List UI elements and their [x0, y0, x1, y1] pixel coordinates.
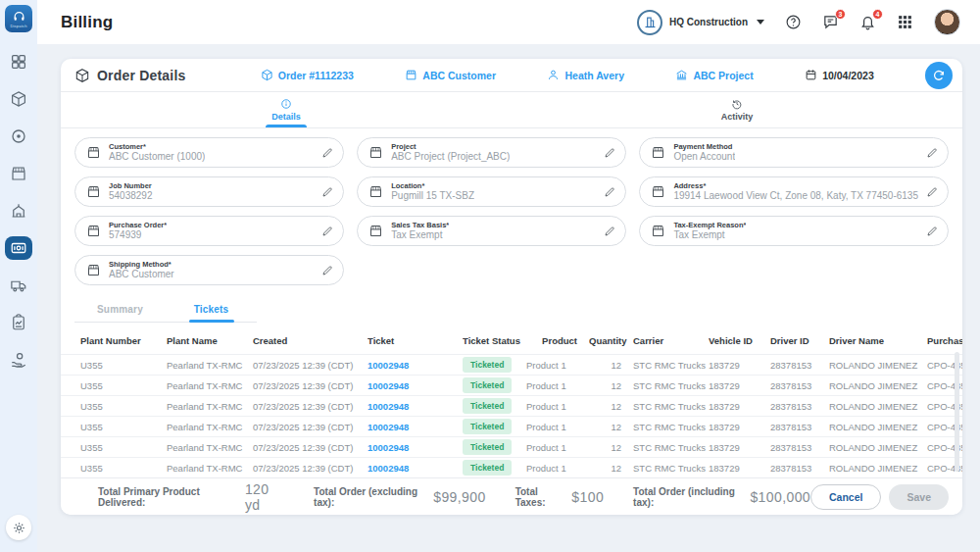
sidebar-item-trucks[interactable] — [5, 274, 32, 297]
form-field[interactable]: Payment Method Open Account — [639, 137, 949, 168]
edit-pencil-icon[interactable] — [321, 226, 333, 237]
sidebar-item-billing[interactable] — [5, 236, 32, 260]
tickets-table: Plant NumberPlant NameCreatedTicketTicke… — [61, 323, 962, 477]
topbar-actions: HQ Construction 3 4 — [637, 9, 960, 35]
form-field[interactable]: Project ABC Project (Project_ABC) — [357, 137, 626, 168]
status-badge: Ticketed — [463, 460, 512, 476]
cell-driver-name: ROLANDO JIMENEZ — [829, 442, 927, 453]
user-avatar[interactable] — [934, 9, 960, 35]
ticket-link[interactable]: 10002948 — [368, 463, 463, 474]
cell-driver-id: 28378153 — [770, 422, 829, 432]
refresh-button[interactable] — [925, 62, 953, 89]
app-logo[interactable]: Dispatch — [5, 5, 32, 32]
sidebar-item-payments[interactable] — [5, 348, 32, 372]
edit-pencil-icon[interactable] — [604, 186, 615, 198]
billing-icon — [10, 239, 27, 257]
form-field[interactable]: Customer* ABC Customer (1000) — [74, 137, 344, 168]
ticket-link[interactable]: 10002948 — [368, 401, 463, 412]
order-fields: Customer* ABC Customer (1000) Project AB… — [61, 128, 962, 293]
apps-grid-button[interactable] — [897, 14, 913, 30]
edit-pencil-icon[interactable] — [926, 147, 938, 159]
save-button[interactable]: Save — [889, 484, 949, 510]
plant-icon — [10, 202, 27, 220]
field-text: Payment Method Open Account — [673, 142, 735, 164]
ticket-link[interactable]: 10002948 — [368, 380, 463, 391]
order-number-link[interactable]: Order #1112233 — [261, 69, 354, 81]
cell-vehicle-id: 183729 — [709, 360, 770, 371]
column-header: Ticket — [368, 335, 463, 346]
edit-pencil-icon[interactable] — [321, 265, 333, 276]
cell-driver-id: 28378153 — [770, 463, 829, 474]
field-value: Tax Exempt — [391, 229, 449, 242]
sidebar-item-orders[interactable] — [5, 87, 32, 111]
tab-activity[interactable]: Activity — [512, 92, 962, 127]
form-field[interactable]: Shipping Method* ABC Customer — [74, 255, 344, 285]
field-text: Customer* ABC Customer (1000) — [109, 142, 205, 164]
cell-product: Product 1 — [526, 380, 589, 391]
cell-product: Product 1 — [526, 463, 589, 474]
cell-product: Product 1 — [526, 422, 589, 432]
sidebar-item-dashboard[interactable] — [5, 50, 32, 74]
form-field[interactable]: Tax-Exempt Reason* Tax Exempt — [639, 216, 949, 246]
info-icon — [280, 98, 292, 110]
user-link[interactable]: Heath Avery — [547, 69, 624, 81]
ticket-link[interactable]: 10002948 — [368, 360, 463, 371]
column-header: Plant Number — [80, 335, 167, 346]
form-field[interactable]: Location* Pugmill 15 TX-SBZ — [357, 176, 626, 207]
cell-plant-number: U355 — [80, 422, 167, 432]
ticket-link[interactable]: 10002948 — [368, 422, 463, 432]
notifications-button[interactable]: 4 — [859, 14, 876, 30]
settings-button[interactable] — [6, 515, 31, 540]
edit-pencil-icon[interactable] — [321, 186, 333, 198]
column-header: Driver Name — [829, 335, 927, 346]
tab-details[interactable]: Details — [61, 92, 512, 127]
edit-pencil-icon[interactable] — [604, 226, 615, 237]
ticket-link[interactable]: 10002948 — [368, 442, 463, 453]
order-details-title: Order Details — [74, 68, 186, 83]
project-bank-icon — [675, 69, 688, 81]
field-text: Project ABC Project (Project_ABC) — [391, 142, 510, 164]
form-field[interactable]: Sales Tax Basis* Tax Exempt — [357, 216, 626, 246]
table-row: U355 Pearland TX-RMC 07/23/2025 12:39 (C… — [61, 457, 962, 477]
sidebar-item-reports[interactable] — [5, 311, 32, 334]
tab-tickets[interactable]: Tickets — [166, 297, 257, 322]
cell-plant-number: U355 — [80, 401, 167, 412]
field-text: Address* 19914 Laewood View Ct, Zone 08,… — [673, 181, 918, 203]
storefront-icon — [86, 263, 101, 277]
form-field[interactable]: Job Number 54038292 — [74, 176, 344, 207]
order-header-links: Order #1112233 ABC Customer Heath Avery … — [235, 69, 900, 81]
payments-hand-icon — [10, 351, 27, 369]
edit-pencil-icon[interactable] — [926, 186, 938, 198]
status-badge: Ticketed — [463, 398, 512, 414]
cell-plant-name: Pearland TX-RMC — [167, 463, 253, 474]
cell-created: 07/23/2025 12:39 (CDT) — [253, 401, 368, 412]
status-badge: Ticketed — [463, 357, 512, 373]
target-icon — [10, 127, 27, 145]
field-value: ABC Project (Project_ABC) — [391, 151, 510, 164]
status-badge: Ticketed — [463, 377, 512, 393]
table-scrollbar[interactable] — [955, 352, 959, 472]
cell-quantity: 12 — [589, 463, 633, 474]
column-header: Quantity — [589, 335, 633, 346]
project-link[interactable]: ABC Project — [675, 69, 753, 81]
field-text: Sales Tax Basis* Tax Exempt — [391, 221, 449, 242]
field-text: Purchase Order* 574939 — [109, 221, 167, 242]
edit-pencil-icon[interactable] — [604, 147, 615, 159]
customer-link[interactable]: ABC Customer — [405, 69, 496, 81]
cell-product: Product 1 — [526, 442, 589, 453]
help-button[interactable] — [785, 14, 802, 30]
tab-summary[interactable]: Summary — [74, 297, 166, 322]
sidebar-item-tracking[interactable] — [5, 125, 32, 148]
total-label: Total Taxes: — [515, 486, 563, 508]
form-field[interactable]: Purchase Order* 574939 — [74, 216, 344, 246]
ticket-tabs: Summary Tickets — [74, 297, 257, 323]
form-field[interactable]: Address* 19914 Laewood View Ct, Zone 08,… — [639, 176, 949, 207]
feedback-button[interactable]: 3 — [822, 14, 839, 30]
sidebar-item-plants[interactable] — [5, 199, 32, 223]
field-label: Shipping Method* — [109, 260, 174, 269]
cancel-button[interactable]: Cancel — [810, 484, 881, 510]
sidebar-item-customers[interactable] — [5, 162, 32, 185]
edit-pencil-icon[interactable] — [321, 147, 333, 159]
edit-pencil-icon[interactable] — [926, 226, 938, 237]
org-selector[interactable]: HQ Construction — [637, 10, 764, 35]
